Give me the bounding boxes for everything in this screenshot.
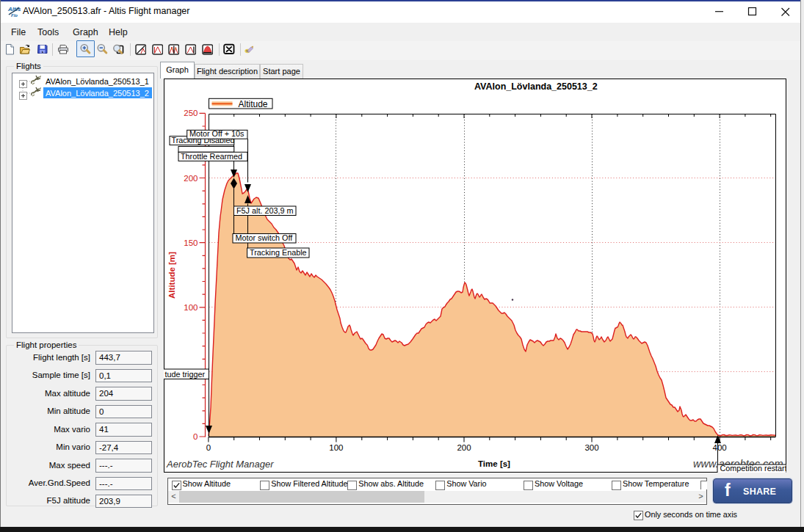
svg-text:200: 200 xyxy=(184,174,198,183)
svg-text:0: 0 xyxy=(193,432,198,441)
svg-text:AVAlon_Lövlanda_250513_2: AVAlon_Lövlanda_250513_2 xyxy=(474,81,598,92)
svg-text:Altitude [m]: Altitude [m] xyxy=(167,252,176,299)
svg-text:Flo: Flo xyxy=(11,13,18,18)
svg-text:400: 400 xyxy=(713,443,727,452)
svg-text:AerobTec Flight Manager: AerobTec Flight Manager xyxy=(166,459,274,470)
svg-text:100: 100 xyxy=(184,303,198,312)
svg-text:Motor Off + 10s: Motor Off + 10s xyxy=(189,129,245,138)
svg-text:tude trigger: tude trigger xyxy=(165,370,206,379)
svg-text:200: 200 xyxy=(457,443,471,452)
svg-text:Motor switch Off: Motor switch Off xyxy=(236,233,294,242)
svg-text:Altitude: Altitude xyxy=(239,99,268,109)
svg-text:300: 300 xyxy=(584,443,598,452)
svg-text:Time [s]: Time [s] xyxy=(478,459,510,468)
svg-text:100: 100 xyxy=(329,443,343,452)
svg-text:F5J alt. 203,9 m: F5J alt. 203,9 m xyxy=(236,206,293,215)
svg-text:Throttle Rearmed: Throttle Rearmed xyxy=(181,152,242,161)
svg-text:Tracking Enable: Tracking Enable xyxy=(250,248,307,257)
svg-text:Competition restart: Competition restart xyxy=(720,464,787,473)
svg-text:150: 150 xyxy=(184,238,198,247)
svg-text:0: 0 xyxy=(206,443,211,452)
svg-text:250: 250 xyxy=(184,109,198,117)
